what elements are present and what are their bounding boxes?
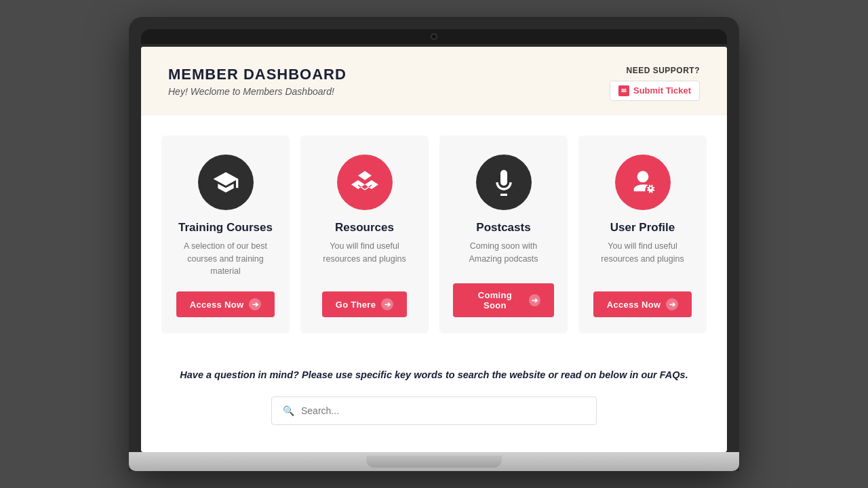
laptop-camera <box>431 33 437 40</box>
card-training-courses: Training Courses A selection of our best… <box>161 136 290 333</box>
arrow-icon-resources: ➔ <box>381 298 393 310</box>
search-icon: 🔍 <box>283 405 294 416</box>
access-now-button-training[interactable]: Access Now ➔ <box>176 291 275 317</box>
faq-section: Have a question in mind? Please use spec… <box>161 361 707 432</box>
laptop-screen: MEMBER DASHBOARD Hey! Weclome to Members… <box>141 47 727 452</box>
card-desc-profile: You will find useful resources and plugi… <box>592 240 693 278</box>
card-user-profile: User Profile You will find useful resour… <box>578 136 707 333</box>
microphone-icon <box>490 169 517 196</box>
main-content: Training Courses A selection of our best… <box>141 115 727 452</box>
card-title-postcasts: Postcasts <box>476 221 530 235</box>
access-now-label-profile: Access Now <box>607 300 661 310</box>
page-subtitle: Hey! Weclome to Members Dashboard! <box>168 86 347 97</box>
card-desc-postcasts: Coming soon with Amazing podcasts <box>453 240 554 270</box>
card-title-training: Training Courses <box>178 221 273 235</box>
support-label: NEED SUPPORT? <box>610 66 700 75</box>
card-desc-resources: You will find useful resources and plugi… <box>314 240 415 278</box>
card-icon-circle-profile <box>615 155 671 210</box>
laptop-stand <box>366 455 502 468</box>
arrow-icon-postcasts: ➔ <box>529 294 540 306</box>
header-left: MEMBER DASHBOARD Hey! Weclome to Members… <box>168 66 347 97</box>
card-title-profile: User Profile <box>610 221 675 235</box>
coming-soon-button[interactable]: Coming Soon ➔ <box>453 283 554 317</box>
page-title: MEMBER DASHBOARD <box>168 66 347 83</box>
go-there-button[interactable]: Go There ➔ <box>322 291 407 317</box>
card-icon-circle-resources <box>337 155 393 210</box>
card-resources: Resources You will find useful resources… <box>300 136 429 333</box>
card-title-resources: Resources <box>335 221 394 235</box>
cards-row: Training Courses A selection of our best… <box>161 136 707 333</box>
header: MEMBER DASHBOARD Hey! Weclome to Members… <box>141 47 727 115</box>
faq-text: Have a question in mind? Please use spec… <box>175 367 693 383</box>
go-there-label: Go There <box>336 300 376 310</box>
dashboard: MEMBER DASHBOARD Hey! Weclome to Members… <box>141 47 727 452</box>
dropbox-icon <box>351 169 378 196</box>
arrow-icon-training: ➔ <box>249 298 261 310</box>
laptop-outer: MEMBER DASHBOARD Hey! Weclome to Members… <box>129 17 739 471</box>
submit-ticket-label: Submit Ticket <box>633 85 691 96</box>
graduation-cap-icon <box>212 169 239 196</box>
submit-ticket-button[interactable]: ✉ Submit Ticket <box>610 81 700 101</box>
user-gear-icon <box>629 169 656 196</box>
laptop-camera-bar <box>141 29 727 44</box>
arrow-icon-profile: ➔ <box>666 298 678 310</box>
card-postcasts: Postcasts Coming soon with Amazing podca… <box>439 136 568 333</box>
card-icon-circle-postcasts <box>476 155 532 210</box>
search-input[interactable] <box>301 405 585 416</box>
card-desc-training: A selection of our best courses and trai… <box>175 240 276 278</box>
laptop-container: MEMBER DASHBOARD Hey! Weclome to Members… <box>129 17 739 471</box>
header-right: NEED SUPPORT? ✉ Submit Ticket <box>610 66 700 101</box>
card-icon-circle-training <box>198 155 254 210</box>
access-now-button-profile[interactable]: Access Now ➔ <box>593 291 692 317</box>
ticket-icon: ✉ <box>618 85 629 96</box>
access-now-label-training: Access Now <box>190 300 244 310</box>
search-bar: 🔍 <box>271 396 597 425</box>
laptop-base <box>129 452 739 471</box>
coming-soon-label: Coming Soon <box>467 290 524 310</box>
